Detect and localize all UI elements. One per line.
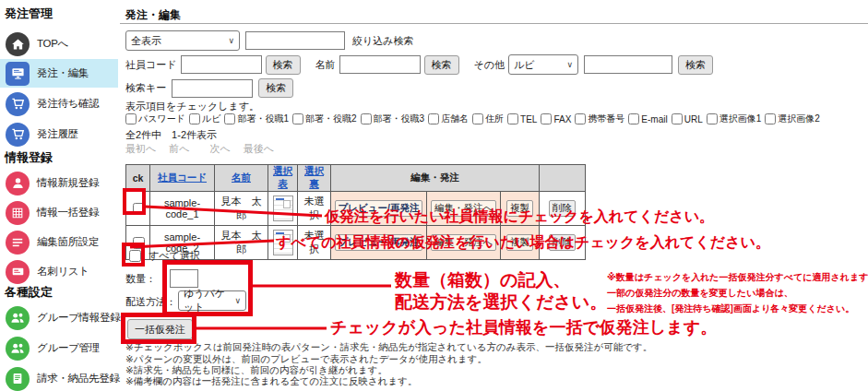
checkbox[interactable] [575,113,586,124]
display-items-instruction: 表示項目をチェックします。 [125,100,259,113]
header-front-pattern[interactable]: 選択表 [268,165,298,192]
checkbox[interactable] [361,113,372,124]
checkbox[interactable] [125,113,137,124]
checkbox[interactable] [672,113,683,124]
search-key-input[interactable] [172,79,253,98]
pagination-first[interactable]: 最初へ [125,142,156,156]
sidebar-item-info-new[interactable]: 情報新規登録 [0,169,118,197]
checkbox[interactable] [628,113,639,124]
search-button-other[interactable]: 検索 [678,55,713,75]
sidebar-section-info-register: 情報登録 [5,149,53,166]
duplicate-button[interactable]: 複製 [506,234,533,251]
checkbox[interactable] [507,113,518,124]
annotation-quantity-line1: 数量（箱数）の記入、 [395,268,570,292]
checkbox[interactable] [707,113,718,124]
header-name[interactable]: 名前 [215,165,268,192]
card-front-thumbnail[interactable] [273,196,293,221]
display-checkbox-image2[interactable]: 選択画像2 [765,113,820,125]
sidebar-item-business-card-list[interactable]: 名刺リスト [0,257,118,286]
footnote: ※備考欄の内容は一括発注に含まれる全ての注文に反映されます。 [125,375,418,388]
edit-order-button[interactable]: 編集・発注へ [431,234,496,251]
shipping-method-select[interactable]: ゆうパケット ∨ [178,290,246,311]
pagination-last[interactable]: 最後へ [244,142,274,156]
display-checkbox-url[interactable]: URL [672,113,703,124]
sidebar-item-group-register[interactable]: グループ情報登録 [0,303,118,332]
checkbox[interactable] [189,113,200,124]
row-select-checkbox[interactable] [133,203,145,215]
bulk-provisional-order-button[interactable]: 一括仮発注 [127,319,193,339]
delete-button[interactable]: 削除 [549,234,576,251]
sidebar-item-label: 情報一括登録 [37,206,99,219]
display-checkbox-address[interactable]: 住所 [472,113,504,125]
checkbox[interactable] [224,113,235,124]
pagination-prev[interactable]: 前へ [169,142,189,156]
display-checkbox-mobile[interactable]: 携帯番号 [575,113,624,125]
preview-reorder-button[interactable]: プレビュー/再発注 [335,234,423,251]
other-input[interactable] [584,55,672,74]
annotation-quantity-line2: 配送方法を選択ください。 [395,290,607,314]
search-button-search-key[interactable]: 検索 [258,78,293,98]
sidebar-item-info-bulk[interactable]: 情報一括登録 [0,198,118,227]
table-header-row: ck 社員コード 名前 選択表 選択裏 編集・発注 [126,165,586,192]
select-all-label: すべて選択 [149,249,200,263]
checkbox[interactable] [292,113,303,124]
checkbox[interactable] [472,113,483,124]
display-checkbox-tel[interactable]: TEL [507,113,537,124]
display-items-checkbox-row: パスワード ルビ 部署・役職1 部署・役職2 部署・役職3 店舗名 住所 TEL… [125,113,820,125]
display-checkbox-dept-role1[interactable]: 部署・役職1 [224,113,289,125]
display-checkbox-dept-role3[interactable]: 部署・役職3 [361,113,425,125]
display-checkbox-fax[interactable]: FAX [541,113,571,124]
filter-search-label: 絞り込み検索 [352,34,414,48]
sidebar-item-label: グループ情報登録 [37,311,120,325]
pagination: 最初へ 前へ 次へ 最後へ [125,142,274,156]
table-row: sample-code_1 見本 太郎 未選択 プレビュー/再発注 編集・発注へ… [126,192,586,226]
quantity-input[interactable] [170,269,198,288]
employee-code-input[interactable] [181,55,262,74]
other-type-select[interactable]: ルビ ∨ [508,54,578,75]
checkbox[interactable] [428,113,439,124]
sidebar-item-order-edit[interactable]: 発注・編集 [0,59,118,88]
search-button-employee-code[interactable]: 検索 [266,55,301,75]
display-checkbox-dept-role2[interactable]: 部署・役職2 [292,113,357,125]
name-input[interactable] [339,55,421,74]
pagination-next[interactable]: 次へ [210,142,231,156]
cart-hourglass-icon [6,92,30,116]
sidebar-item-label: 情報新規登録 [37,176,99,190]
order-edit-icon [6,62,30,86]
quantity-label: 数量： [125,272,156,286]
display-checkbox-ruby[interactable]: ルビ [189,113,220,125]
annotation-quantity-note3: 一括仮発注後、[発注待ち確認]画面より各々変更ください。 [607,302,854,315]
sidebar-item-group-manage[interactable]: グループ管理 [0,334,118,362]
edit-order-button[interactable]: 編集・発注へ [431,200,496,217]
chevron-down-icon: ∨ [234,296,241,305]
page-title: 発注・編集 [125,7,181,23]
shipping-method-value: ゆうパケット [184,287,229,314]
header-employee-code[interactable]: 社員コード [150,165,215,192]
sidebar-item-edit-area-settings[interactable]: 編集箇所設定 [0,228,118,256]
sidebar-item-billing-register[interactable]: 請求・納品先登録 [0,364,118,391]
display-checkbox-email[interactable]: E-mail [628,113,667,124]
checkbox[interactable] [541,113,552,124]
display-checkbox-password[interactable]: パスワード [125,113,185,125]
order-management-page: 発注管理 TOPへ 発注・編集 発注待ち確認 発注履歴 情報登録 情報新規登録 … [0,0,868,391]
preview-reorder-button[interactable]: プレビュー/再発注 [335,200,423,217]
sidebar-item-top[interactable]: TOPへ [0,30,118,58]
chevron-down-icon: ∨ [566,60,573,69]
search-button-name[interactable]: 検索 [424,55,459,75]
sidebar-item-order-waiting[interactable]: 発注待ち確認 [0,89,118,118]
display-checkbox-image1[interactable]: 選択画像1 [707,113,762,125]
filter-row-search: 社員コード 検索 名前 検索 その他 ルビ ∨ 検索 [125,54,713,75]
filter-search-input[interactable] [245,31,345,50]
checkbox[interactable] [765,113,776,124]
display-checkbox-store-name[interactable]: 店舗名 [428,113,469,125]
sidebar-item-label: TOPへ [37,37,68,51]
list-settings-icon [6,231,30,255]
name-cell: 見本 太郎 [215,192,268,226]
duplicate-button[interactable]: 複製 [506,200,533,217]
header-back-pattern[interactable]: 選択裏 [298,165,331,192]
view-filter-select[interactable]: 全表示 ∨ [125,30,240,51]
sidebar-item-order-history[interactable]: 発注履歴 [0,120,118,148]
delete-button[interactable]: 削除 [549,200,576,217]
select-all-checkbox[interactable] [129,250,141,262]
card-front-thumbnail[interactable] [273,230,293,255]
